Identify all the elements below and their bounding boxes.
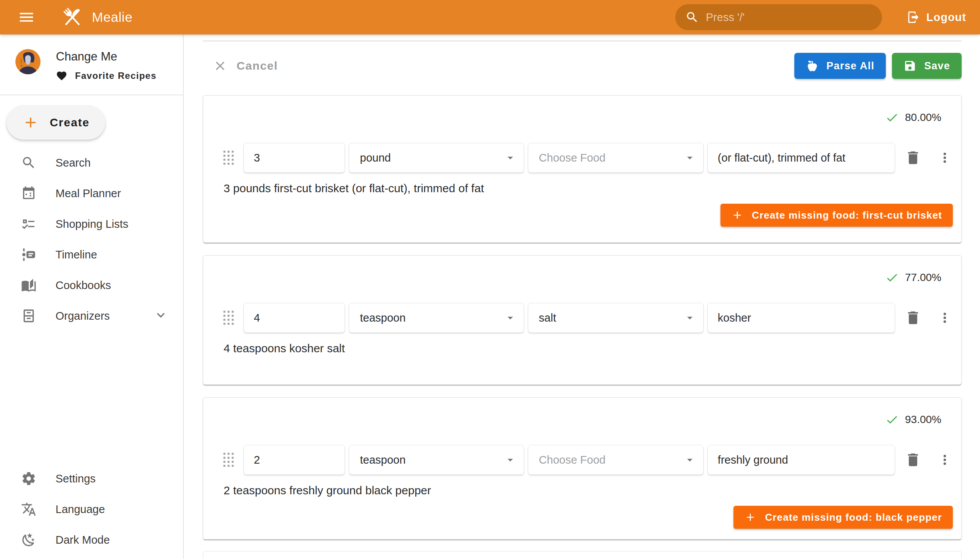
parser-toolbar: Cancel Parse All Save	[203, 53, 962, 79]
create-missing-food-label: Create missing food: first-cut brisket	[752, 210, 942, 221]
original-ingredient-text: 3 pounds first-cut brisket (or flat-cut)…	[223, 182, 954, 196]
check-icon	[885, 111, 899, 124]
open-book-icon	[21, 278, 36, 293]
logout-button[interactable]: Logout	[904, 7, 968, 28]
global-search[interactable]	[675, 4, 882, 30]
save-label: Save	[924, 60, 950, 72]
sidebar-item-timeline[interactable]: Timeline	[0, 239, 183, 270]
note-input[interactable]	[707, 303, 895, 333]
user-name: Change Me	[56, 49, 157, 63]
confidence-indicator: 93.00%	[211, 413, 941, 426]
create-missing-food-label: Create missing food: black pepper	[765, 511, 942, 523]
confidence-value: 80.00%	[905, 111, 941, 124]
cancel-button[interactable]: Cancel	[213, 59, 278, 73]
sidebar-item-cookbooks[interactable]: Cookbooks	[0, 270, 183, 301]
quantity-input[interactable]	[243, 445, 345, 475]
trash-icon	[905, 149, 921, 166]
ingredient-card-list: 80.00% pound Choose Food	[203, 95, 962, 539]
dots-vertical-icon	[937, 150, 952, 165]
crossed-silverware-logo	[60, 5, 85, 30]
close-icon	[213, 59, 227, 73]
check-icon	[885, 271, 899, 284]
check-icon	[885, 413, 899, 427]
unit-select[interactable]: teaspoon	[349, 445, 524, 475]
create-button[interactable]: Create	[7, 105, 105, 140]
food-select[interactable]: Choose Food	[528, 143, 704, 173]
cabinet-icon	[21, 308, 36, 324]
sidebar-item-label: Shopping Lists	[56, 218, 169, 230]
hamburger-menu-icon[interactable]	[13, 4, 40, 31]
quantity-input[interactable]	[243, 143, 345, 173]
sidebar-item-shopping-lists[interactable]: Shopping Lists	[0, 209, 183, 239]
dots-vertical-icon	[937, 310, 952, 326]
plus-icon	[731, 209, 744, 221]
unit-select[interactable]: pound	[349, 143, 524, 173]
menu-down-icon	[683, 453, 696, 466]
food-select[interactable]: Choose Food	[528, 445, 704, 475]
sidebar-item-dark-mode[interactable]: Dark Mode	[0, 524, 183, 555]
ingredient-menu-button[interactable]	[936, 149, 954, 167]
food-select[interactable]: salt	[528, 303, 704, 333]
sidebar-item-label: Meal Planner	[56, 187, 169, 200]
sidebar-item-meal-planner[interactable]: Meal Planner	[0, 178, 183, 209]
parse-all-button[interactable]: Parse All	[794, 53, 886, 79]
heart-icon	[56, 70, 68, 81]
sidebar-item-settings[interactable]: Settings	[0, 463, 183, 494]
ingredient-card-partial	[203, 551, 962, 559]
unit-select-value: teaspoon	[360, 454, 503, 466]
missing-food-row: Create missing food: first-cut brisket	[211, 204, 953, 227]
drag-handle-icon[interactable]	[223, 149, 236, 166]
parse-all-label: Parse All	[826, 60, 874, 72]
favorite-recipes-label: Favorite Recipes	[75, 70, 157, 81]
timeline-icon	[21, 247, 36, 262]
note-input[interactable]	[707, 143, 895, 173]
menu-down-icon	[504, 151, 517, 164]
plus-icon	[744, 511, 757, 523]
original-ingredient-text: 2 teaspoons freshly ground black pepper	[223, 484, 954, 498]
food-select-value: Choose Food	[539, 152, 683, 164]
checklist-icon	[21, 216, 36, 232]
delete-ingredient-button[interactable]	[904, 148, 923, 168]
favorite-recipes-link[interactable]: Favorite Recipes	[56, 70, 157, 81]
unit-select-value: pound	[360, 152, 503, 164]
confidence-indicator: 80.00%	[211, 111, 941, 124]
drag-handle-icon[interactable]	[223, 452, 236, 468]
magnify-icon	[685, 10, 699, 24]
create-button-label: Create	[50, 116, 89, 129]
sidebar-item-organizers[interactable]: Organizers	[0, 301, 183, 331]
create-missing-food-button[interactable]: Create missing food: first-cut brisket	[721, 204, 953, 227]
trash-icon	[905, 309, 921, 326]
save-icon	[904, 60, 916, 72]
save-button[interactable]: Save	[892, 53, 962, 79]
calendar-icon	[21, 186, 36, 201]
drag-handle-icon[interactable]	[223, 309, 236, 326]
delete-ingredient-button[interactable]	[904, 308, 923, 328]
magnify-icon	[21, 155, 36, 170]
ingredient-menu-button[interactable]	[936, 451, 954, 469]
apple-icon	[806, 60, 819, 72]
person-avatar	[15, 49, 41, 74]
ingredient-menu-button[interactable]	[936, 309, 954, 327]
user-block[interactable]: Change Me Favorite Recipes	[0, 35, 183, 94]
unit-select-value: teaspoon	[360, 312, 503, 324]
unit-select[interactable]: teaspoon	[349, 303, 524, 333]
create-missing-food-button[interactable]: Create missing food: black pepper	[734, 506, 953, 529]
ingredient-fields-row: teaspoon Choose Food	[223, 445, 954, 475]
cancel-label: Cancel	[236, 60, 278, 72]
quantity-input[interactable]	[243, 303, 345, 333]
sidebar-item-label: Dark Mode	[56, 534, 169, 546]
confidence-value: 93.00%	[905, 413, 941, 426]
plus-icon	[22, 114, 39, 131]
app-header: Mealie Logout	[0, 0, 980, 35]
search-input[interactable]	[706, 11, 873, 24]
ingredient-card: 80.00% pound Choose Food	[203, 95, 962, 243]
sidebar-item-language[interactable]: Language	[0, 494, 183, 524]
sidebar-bottom-nav: Settings Language Dark Mode	[0, 463, 183, 559]
main-content: Cancel Parse All Save 80.00%	[184, 35, 980, 559]
note-input[interactable]	[707, 445, 895, 475]
trash-icon	[905, 452, 921, 468]
gear-icon	[21, 471, 36, 486]
sidebar-item-search[interactable]: Search	[0, 147, 183, 178]
delete-ingredient-button[interactable]	[904, 450, 923, 470]
menu-down-icon	[683, 151, 696, 164]
